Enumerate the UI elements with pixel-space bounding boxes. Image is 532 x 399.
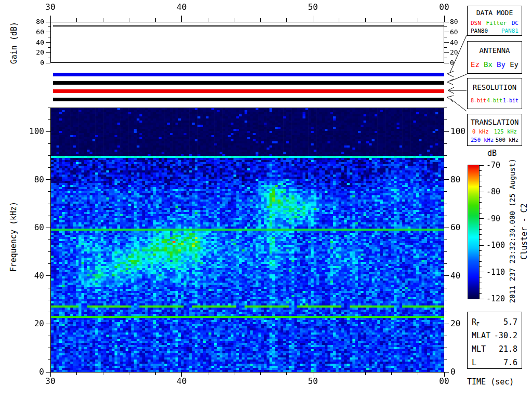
freq-tick-label-left: 80 xyxy=(19,175,44,184)
time-tick-bottom xyxy=(76,373,77,375)
freq-tick-label-left: 100 xyxy=(19,127,44,136)
colorbar-tick xyxy=(479,267,482,267)
time-tick-top xyxy=(129,18,129,22)
time-tick-top xyxy=(181,16,182,22)
generated-layer: 3030404050500000002020404060608080100100… xyxy=(0,0,532,399)
freq-tick-label-left: 60 xyxy=(19,223,44,232)
gain-tick-left xyxy=(46,52,50,53)
freq-tick-right xyxy=(444,251,447,252)
colorbar-tick-label: -110 xyxy=(486,268,511,277)
time-tick-label-top: 30 xyxy=(38,3,63,12)
freq-tick-right xyxy=(444,216,447,216)
colorbar-tick xyxy=(479,213,482,214)
time-tick-top xyxy=(444,16,445,22)
gain-tick-label-right: 20 xyxy=(450,49,471,57)
freq-tick-right xyxy=(444,348,447,348)
freq-tick-right xyxy=(444,119,447,120)
time-tick-bottom xyxy=(365,373,366,375)
freq-tick-left xyxy=(48,108,50,108)
colorbar-tick xyxy=(479,240,482,240)
gain-tick-right xyxy=(444,37,447,37)
freq-tick-right xyxy=(444,275,449,276)
gain-tick-right xyxy=(444,22,449,22)
gain-tick-right xyxy=(444,58,447,58)
gain-tick-right xyxy=(444,26,447,27)
colorbar-tick xyxy=(479,234,482,235)
freq-tick-left xyxy=(48,155,50,156)
colorbar-tick xyxy=(479,165,484,166)
freq-tick-left xyxy=(48,263,50,264)
time-tick-bottom xyxy=(103,373,103,375)
time-tick-top xyxy=(339,18,339,22)
freq-tick-label-right: 40 xyxy=(450,271,475,281)
gain-tick-label-left: 20 xyxy=(23,49,44,57)
colorbar-tick xyxy=(479,170,482,171)
freq-tick-left xyxy=(48,336,50,336)
colorbar-tick xyxy=(479,187,482,187)
gain-tick-label-right: 40 xyxy=(450,39,471,47)
colorbar-tick xyxy=(479,283,482,283)
colorbar-tick xyxy=(479,181,482,181)
gain-tick-label-left: 60 xyxy=(23,29,44,36)
freq-tick-left xyxy=(48,251,50,252)
colorbar-tick-label: -100 xyxy=(486,241,511,250)
time-tick-top xyxy=(155,18,156,22)
time-tick-bottom xyxy=(286,373,287,375)
freq-tick-label-left: 0 xyxy=(19,367,44,377)
time-tick-label-top: 40 xyxy=(169,3,194,12)
time-tick-bottom xyxy=(129,373,129,375)
time-tick-top xyxy=(208,18,208,22)
gain-tick-right xyxy=(444,32,449,32)
freq-tick-label-right: 80 xyxy=(450,175,475,184)
time-tick-top xyxy=(234,18,234,22)
freq-tick-right xyxy=(444,372,449,373)
freq-tick-right xyxy=(444,108,447,108)
freq-tick-label-right: 60 xyxy=(450,223,475,232)
mode-bar-blue xyxy=(53,73,444,76)
freq-tick-left xyxy=(46,275,50,276)
time-tick-label-top: 50 xyxy=(300,3,325,12)
gain-tick-label-right: 60 xyxy=(450,29,471,36)
freq-tick-left xyxy=(48,312,50,312)
time-tick-label-bottom: 50 xyxy=(300,377,325,386)
colorbar-tick xyxy=(479,245,484,246)
gain-tick-left xyxy=(48,47,50,48)
freq-tick-left xyxy=(48,360,50,360)
gain-tick-left xyxy=(46,22,50,22)
freq-tick-left xyxy=(48,119,50,120)
time-tick-top xyxy=(391,18,392,22)
time-tick-top xyxy=(286,18,287,22)
time-tick-bottom xyxy=(260,373,261,375)
time-tick-bottom xyxy=(155,373,156,375)
colorbar-tick-label: -70 xyxy=(486,161,511,170)
freq-tick-right xyxy=(444,204,447,204)
colorbar-tick xyxy=(479,202,482,203)
freq-tick-left xyxy=(48,348,50,348)
freq-tick-right xyxy=(444,288,447,288)
gain-tick-left xyxy=(48,37,50,37)
colorbar-tick xyxy=(479,197,482,197)
colorbar-tick xyxy=(479,229,482,230)
freq-tick-left xyxy=(46,179,50,180)
mode-bar-red xyxy=(53,89,444,93)
time-tick-top xyxy=(103,18,103,22)
freq-tick-left xyxy=(46,324,50,324)
freq-tick-left xyxy=(48,191,50,192)
gain-tick-left xyxy=(46,63,50,63)
gain-tick-right xyxy=(444,52,449,53)
colorbar-tick-label: -80 xyxy=(486,188,511,196)
colorbar-tick xyxy=(479,288,482,288)
freq-tick-left xyxy=(48,216,50,216)
colorbar-tick xyxy=(479,293,482,294)
freq-tick-left xyxy=(48,288,50,288)
freq-tick-left xyxy=(46,372,50,373)
colorbar-tick xyxy=(479,272,484,272)
time-tick-top xyxy=(365,18,366,22)
colorbar-tick xyxy=(479,218,484,219)
wbd-spectrogram-display: { "gain_panel": { "ylabel": "Gain (dB)",… xyxy=(0,0,532,399)
time-tick-top xyxy=(418,18,418,22)
time-tick-top xyxy=(260,18,261,22)
gain-tick-label-left: 40 xyxy=(23,39,44,47)
colorbar-tick xyxy=(479,224,482,224)
gain-trace xyxy=(53,25,444,26)
